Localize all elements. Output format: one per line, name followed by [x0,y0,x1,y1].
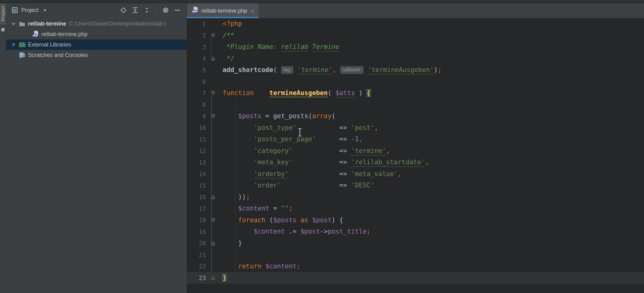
line-number: 1 [187,21,206,27]
line-number: 5 [187,67,206,74]
project-panel-title: Project [21,7,38,14]
code-line-5[interactable]: 5add_shortcode( tag: 'termine', callback… [187,64,644,76]
chevron-right-icon[interactable] [9,42,18,47]
code-line-17[interactable]: 17 $content = ""; [187,203,644,215]
line-number: 4 [187,55,206,62]
fold-gutter [206,261,220,272]
code-line-14[interactable]: 14 'orderby' => 'meta_value', [187,168,644,180]
code-line-3[interactable]: 3 *Plugin Name: relilab Termine [187,41,644,53]
tab-relilab-termine-php[interactable]: PHP relilab-termine.php × [187,3,259,18]
code-line-9[interactable]: 9 $posts = get_posts(array( [187,110,644,122]
tree-item-label: External Libraries [28,42,71,48]
line-number: 8 [187,101,206,108]
line-number: 9 [187,113,206,120]
folder-icon [18,21,26,26]
fold-gutter [206,157,220,168]
tree-item-relilab-termine[interactable]: relilab-termineC:\Users\Daniel\Desktop\r… [6,18,187,29]
hide-icon[interactable] [174,6,181,14]
code-text: */ [220,53,234,65]
code-text: 'posts_per_page' => -1, [220,134,363,145]
fold-gutter [206,203,220,215]
project-view-icon [11,6,18,14]
chevron-down-icon[interactable] [9,21,18,26]
code-line-22[interactable]: 22 return $content; [187,261,644,272]
code-line-1[interactable]: 1<?php [187,18,644,30]
phpstorm-window: Project Project relilab-termineC:\Users\… [0,0,644,293]
line-number: 22 [187,263,206,270]
line-number: 10 [187,124,206,131]
code-text: *Plugin Name: relilab Termine [220,41,339,53]
tool-window-button-label: Project [0,6,6,21]
fold-gutter [206,249,220,261]
line-number: 18 [187,217,206,223]
code-line-8[interactable]: 8 [187,99,644,111]
fold-marker-icon[interactable] [206,238,220,249]
line-number: 3 [187,44,206,50]
locate-icon[interactable] [120,6,127,14]
tab-close-icon[interactable]: × [251,8,254,14]
tab-label: relilab-termine.php [201,8,247,14]
code-line-6[interactable]: 6 [187,76,644,88]
tree-item-relilab-termine-php[interactable]: PHPrelilab-termine.php [6,29,187,39]
tree-item-external-libraries[interactable]: External Libraries [6,39,187,50]
code-line-23[interactable]: 23} [187,272,644,284]
fold-marker-icon[interactable] [206,30,220,42]
code-line-11[interactable]: 11 'posts_per_page' => -1, [187,134,644,145]
fold-marker-icon[interactable] [206,53,220,65]
tool-window-button-project[interactable]: Project [0,3,6,24]
fold-gutter [206,18,220,30]
tree-item-label: Scratches and Consoles [28,52,88,58]
code-line-16[interactable]: 16 )); [187,191,644,203]
line-number: 12 [187,147,206,154]
fold-gutter [206,226,220,238]
tree-item-scratches-and-consoles[interactable]: Scratches and Consoles [6,50,187,60]
code-line-18[interactable]: 18 foreach ($posts as $post) { [187,215,644,226]
code-line-13[interactable]: 13 'meta_key' => 'relilab_startdate', [187,157,644,168]
code-editor[interactable]: 1<?php2/**3 *Plugin Name: relilab Termin… [187,18,644,293]
editor-area: PHP relilab-termine.php × 1<?php2/**3 *P… [187,3,644,293]
scratches-icon [18,52,26,58]
settings-icon[interactable] [162,6,169,14]
code-line-12[interactable]: 12 'category' => 'termine', [187,145,644,157]
code-text: 'orderby' => 'meta_value', [220,168,402,180]
code-line-15[interactable]: 15 'order' => 'DESC' [187,180,644,191]
code-text: 'post_type' => 'post', [220,122,378,134]
fold-gutter [206,64,220,76]
toolbar-divider [156,7,156,14]
editor-tab-bar: PHP relilab-termine.php × [187,3,644,18]
project-panel: Project relilab-termineC:\Users\Daniel\D… [6,3,187,293]
fold-marker-icon[interactable] [206,191,220,203]
code-line-4[interactable]: 4 */ [187,53,644,65]
code-line-2[interactable]: 2/** [187,30,644,42]
fold-marker-icon[interactable] [206,215,220,226]
fold-gutter [206,41,220,53]
code-line-10[interactable]: 10 'post_type' => 'post', [187,122,644,134]
code-text: 'category' => 'termine', [220,145,390,157]
fold-marker-icon[interactable] [206,110,220,122]
php-file-icon: PHP [192,6,199,15]
tool-window-square-icon [1,28,5,31]
code-text: /** [220,30,234,42]
fold-marker-icon[interactable] [206,272,220,284]
tree-item-path: C:\Users\Daniel\Desktop\relilab\relilab-… [69,21,166,27]
code-line-7[interactable]: 7function termineAusgeben( $atts ) { [187,87,644,99]
code-text: } [220,272,227,284]
code-text: $content = ""; [220,203,293,215]
fold-gutter [206,99,220,111]
expand-all-icon[interactable] [131,6,139,14]
code-line-20[interactable]: 20 } [187,238,644,249]
line-number: 6 [187,78,206,85]
fold-gutter [206,180,220,191]
code-line-19[interactable]: 19 $content .= $post->post_title; [187,226,644,238]
code-line-21[interactable]: 21 [187,249,644,261]
collapse-all-icon[interactable] [143,6,151,14]
project-tree: relilab-termineC:\Users\Daniel\Desktop\r… [6,17,187,60]
line-number: 14 [187,171,206,177]
fold-marker-icon[interactable] [206,87,220,99]
code-text: foreach ($posts as $post) { [220,215,343,226]
left-tool-window-bar: Project [0,3,6,293]
chevron-down-icon[interactable] [41,6,49,14]
code-text: add_shortcode( tag: 'termine', callback:… [220,64,441,76]
svg-text:PHP: PHP [192,10,197,13]
line-number: 7 [187,90,206,97]
